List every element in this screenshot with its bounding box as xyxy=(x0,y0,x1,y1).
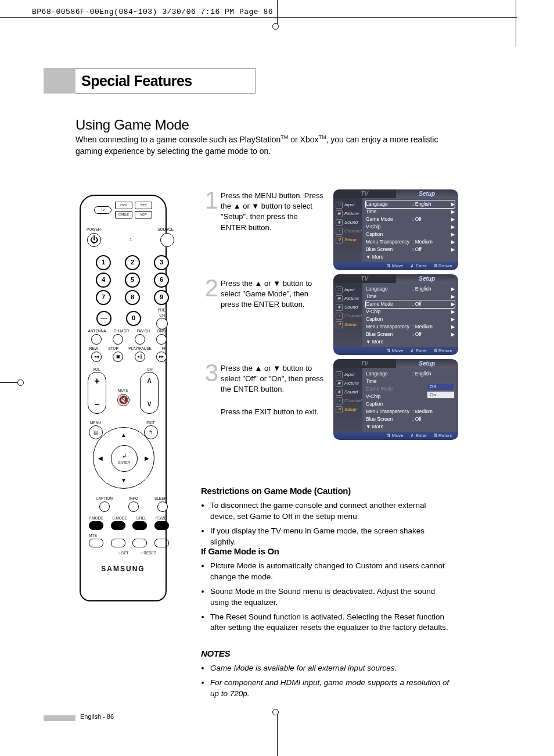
step-3b: Press the EXIT button to exit. xyxy=(201,407,324,417)
extra-btn-2 xyxy=(132,539,147,547)
favch-label: FAV.CH xyxy=(136,328,149,334)
smode-label: S.MODE xyxy=(112,515,127,521)
num-dash: — xyxy=(96,311,111,326)
num-2: 2 xyxy=(125,255,140,270)
osd-option-on: On xyxy=(427,391,455,399)
page-footer: English - 86 xyxy=(80,712,114,721)
mts-label: MTS xyxy=(85,533,100,538)
dnse-label: DNSe xyxy=(157,328,167,334)
smode-btn xyxy=(111,521,125,530)
still-btn xyxy=(132,521,147,530)
print-slug: BP68-00586F-00Eng(084~103) 3/30/06 7:16 … xyxy=(32,7,273,17)
crop-rule-right xyxy=(516,0,516,46)
vol-label: VOL xyxy=(88,367,105,372)
info-btn xyxy=(128,501,139,512)
info-label: INFO xyxy=(129,496,138,501)
extra-btn-3 xyxy=(154,539,169,547)
mute-btn: 🔇 xyxy=(117,394,129,406)
sleep-label: SLEEP xyxy=(154,496,167,501)
num-7: 7 xyxy=(96,290,111,305)
num-6: 6 xyxy=(154,273,169,288)
set-label: ○ SET xyxy=(118,550,128,556)
footer-accent xyxy=(44,715,75,721)
remote-control-illustration: TV DVD STB CABLE VCR POWER SOURCE ⏻ ∴ 12… xyxy=(80,195,167,601)
registration-mark-left xyxy=(0,380,23,386)
pmode-btn xyxy=(89,521,103,530)
power-label: POWER xyxy=(87,227,101,232)
prech-label: PRE-CH xyxy=(156,307,168,318)
osd-screenshot-3: TVSetup ⬚Input ▣Picture ◐Sound ✦Channel … xyxy=(333,359,458,440)
power-button: ⏻ xyxy=(87,233,101,247)
num-3: 3 xyxy=(154,255,169,270)
extra-btn-1 xyxy=(111,539,125,547)
num-4: 4 xyxy=(96,273,111,288)
caption-label: CAPTION xyxy=(96,496,113,501)
sleep-btn xyxy=(157,501,168,512)
exit-label: EXIT xyxy=(141,420,161,425)
registration-mark-bottom xyxy=(275,710,280,756)
reset-label: ○ RESET xyxy=(140,550,156,556)
nav-ring: ▲ ▼ ◀ ▶ ↲ENTER xyxy=(93,427,154,489)
num-0: 0 xyxy=(126,311,141,326)
chmgr-btn xyxy=(113,334,123,345)
step-1: 1 Press the MENU button. Press the ▲ or … xyxy=(201,191,324,233)
remote-vcr: VCR xyxy=(135,211,152,218)
ch-rocker: ∧ ∨ xyxy=(140,372,159,414)
source-button xyxy=(160,233,174,247)
ff-label: FF xyxy=(161,346,166,351)
ff-btn: ▸▸ xyxy=(156,352,167,362)
enter-btn: ↲ENTER xyxy=(111,445,138,472)
if-on-section: If Game Mode is On Picture Mode is autom… xyxy=(201,545,451,637)
num-9: 9 xyxy=(154,290,169,305)
chapter-title: Special Features xyxy=(75,68,256,94)
osd-option-off: Off xyxy=(427,383,455,390)
vol-rocker: + − xyxy=(88,372,106,414)
favch-btn xyxy=(135,334,145,345)
antenna-label: ANTENNA xyxy=(88,328,106,334)
source-label: SOURCE xyxy=(157,227,174,232)
chmgr-label: CH.MGR xyxy=(114,328,129,334)
ch-label: CH xyxy=(141,367,159,372)
stop-label: STOP xyxy=(108,346,118,351)
psize-btn xyxy=(154,521,169,530)
stop-btn: ◼ xyxy=(113,352,123,362)
rew-btn: ◂◂ xyxy=(91,352,102,362)
section-title: Using Game Mode xyxy=(75,115,189,135)
pmode-label: P.MODE xyxy=(89,515,103,521)
chapter-heading: Special Features xyxy=(44,68,256,94)
menu-label: MENU xyxy=(85,420,106,425)
step-2: 2 Press the ▲ or ▼ button to select "Gam… xyxy=(201,278,324,310)
rew-label: REW xyxy=(89,346,98,351)
mts-btn xyxy=(89,539,103,547)
remote-stb: STB xyxy=(135,202,152,209)
dnse-btn xyxy=(156,334,167,345)
mute-label: MUTE xyxy=(111,388,135,393)
remote-cable: CABLE xyxy=(115,211,132,218)
intro-paragraph: When connecting to a game console such a… xyxy=(75,134,441,157)
remote-tv: TV xyxy=(94,206,111,214)
remote-dvd: DVD xyxy=(115,202,132,209)
still-label: STILL xyxy=(136,515,146,521)
num-1: 1 xyxy=(96,255,111,270)
play-btn: ▸‖ xyxy=(135,352,145,362)
num-8: 8 xyxy=(125,290,140,305)
osd-screenshot-2: TVSetup ⬚Input ▣Picture ◐Sound ✦Channel … xyxy=(333,274,458,355)
num-5: 5 xyxy=(125,273,140,288)
step-3: 3 Press the ▲ or ▼ button to select "Off… xyxy=(201,363,324,395)
brand-logo: SAMSUNG xyxy=(80,564,167,574)
registration-mark-top xyxy=(275,0,280,26)
caption-btn xyxy=(99,501,110,512)
crop-rule-top xyxy=(0,17,517,18)
play-label: PLAY/PAUSE xyxy=(128,346,152,351)
osd-screenshot-1: TVSetup ⬚Input ▣Picture ◐Sound ✦Channel … xyxy=(333,189,458,270)
notes-section: NOTES Game Mode is available for all ext… xyxy=(201,647,451,703)
psize-label: P.SIZE xyxy=(155,515,167,521)
antenna-btn xyxy=(91,334,102,345)
restrictions-section: Restrictions on Game Mode (Caution) To d… xyxy=(201,485,451,551)
